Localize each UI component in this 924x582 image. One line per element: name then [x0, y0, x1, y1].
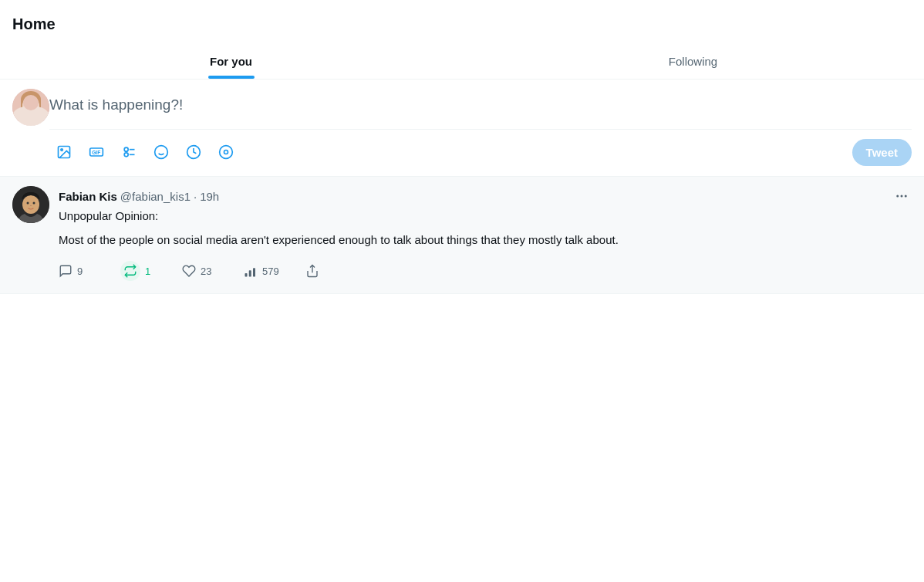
tab-following-underline: [670, 76, 717, 79]
reply-icon-wrap: [59, 264, 73, 278]
svg-point-23: [22, 195, 39, 214]
svg-point-14: [124, 153, 128, 157]
svg-rect-30: [249, 270, 251, 276]
compose-actions: GIF: [49, 137, 852, 167]
schedule-icon: [186, 144, 201, 160]
poll-icon-button[interactable]: [114, 137, 143, 167]
tweet-bold-line: Unpopular Opinion:: [59, 208, 912, 225]
page-title: Home: [12, 9, 912, 42]
tabs-container: For you Following: [0, 42, 924, 80]
svg-point-24: [27, 202, 29, 205]
views-button[interactable]: 579: [244, 261, 305, 281]
retweet-count: 1: [145, 266, 150, 277]
emoji-icon-button[interactable]: [147, 137, 176, 167]
retweet-icon-wrap: [120, 261, 140, 281]
svg-rect-31: [253, 268, 255, 276]
svg-point-28: [905, 195, 907, 198]
tweet-content: Unpopular Opinion: Most of the people on…: [59, 208, 912, 249]
svg-point-20: [220, 146, 233, 159]
share-button[interactable]: [305, 261, 367, 281]
svg-point-0: [12, 89, 49, 126]
tweet-main-text: Most of the people on social media aren'…: [59, 232, 912, 249]
svg-text:GIF: GIF: [92, 150, 100, 155]
tab-for-you-underline: [208, 76, 255, 79]
svg-rect-2: [21, 100, 24, 113]
like-count: 23: [201, 266, 211, 277]
svg-point-16: [155, 146, 168, 159]
tweet-button[interactable]: Tweet: [852, 139, 912, 166]
tweet-author-name: Fabian Kis: [59, 190, 117, 203]
tweet-meta: Fabian Kis @fabian_kis1 · 19h: [59, 190, 219, 203]
reply-button[interactable]: 9: [59, 261, 120, 281]
tweet-avatar-image: [12, 186, 49, 223]
compose-area: What is happening?!: [0, 80, 924, 177]
location-icon: [218, 144, 234, 160]
views-icon: [244, 264, 258, 278]
home-page: Home For you Following: [0, 0, 924, 294]
compose-right: What is happening?!: [49, 89, 912, 167]
tweet-time: 19h: [200, 190, 219, 203]
tweet-body: Fabian Kis @fabian_kis1 · 19h Unpopular …: [59, 186, 912, 284]
schedule-icon-button[interactable]: [179, 137, 208, 167]
svg-point-7: [19, 115, 43, 126]
svg-point-5: [27, 104, 29, 107]
reply-icon: [59, 264, 73, 278]
tweet-card: Fabian Kis @fabian_kis1 · 19h Unpopular …: [0, 177, 924, 294]
svg-point-4: [22, 96, 39, 115]
like-icon-wrap: [182, 264, 196, 278]
tab-for-you[interactable]: For you: [0, 42, 462, 79]
avatar: [12, 89, 49, 126]
retweet-icon: [123, 264, 137, 278]
compose-toolbar: GIF: [49, 129, 912, 167]
svg-point-12: [124, 147, 128, 151]
reply-count: 9: [77, 266, 83, 277]
like-icon: [182, 264, 196, 278]
image-icon-button[interactable]: [49, 137, 79, 167]
tweet-author-avatar: [12, 186, 49, 223]
location-icon-button[interactable]: [211, 137, 241, 167]
tweet-header: Fabian Kis @fabian_kis1 · 19h: [59, 186, 912, 206]
more-icon: [895, 189, 909, 203]
compose-input[interactable]: What is happening?!: [49, 89, 912, 129]
poll-icon: [121, 144, 137, 160]
gif-icon: GIF: [89, 144, 104, 160]
share-icon-wrap: [305, 264, 319, 278]
gif-icon-button[interactable]: GIF: [82, 137, 111, 167]
svg-point-6: [33, 104, 35, 107]
views-icon-wrap: [244, 264, 258, 278]
image-icon: [56, 144, 72, 160]
svg-point-26: [896, 195, 899, 198]
svg-rect-3: [38, 100, 41, 113]
share-icon: [305, 264, 319, 278]
tweet-author-handle: @fabian_kis1: [120, 190, 191, 203]
svg-rect-29: [245, 273, 248, 277]
tweet-more-button[interactable]: [892, 186, 912, 206]
like-button[interactable]: 23: [182, 261, 244, 281]
tab-following[interactable]: Following: [462, 42, 924, 79]
svg-point-1: [21, 91, 41, 108]
tweet-separator: ·: [194, 190, 197, 203]
svg-point-27: [901, 195, 903, 198]
tweet-actions: 9 1: [59, 258, 912, 284]
header: Home: [0, 0, 924, 42]
views-count: 579: [262, 266, 279, 277]
svg-point-9: [61, 149, 63, 151]
emoji-icon: [153, 144, 169, 160]
svg-point-21: [224, 151, 228, 154]
retweet-button[interactable]: 1: [120, 258, 182, 284]
svg-point-25: [33, 202, 35, 205]
avatar-image: [12, 89, 49, 126]
